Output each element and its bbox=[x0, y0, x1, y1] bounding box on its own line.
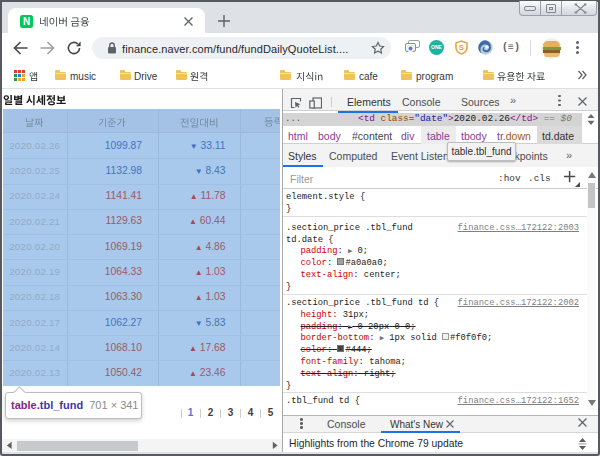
svg-text:S: S bbox=[459, 43, 465, 52]
